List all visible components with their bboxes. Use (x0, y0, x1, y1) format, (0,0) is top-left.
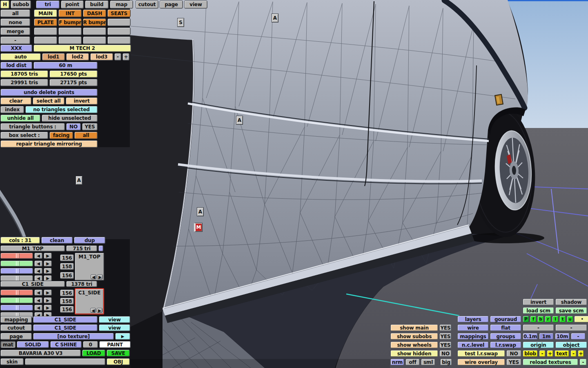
text-plus-button[interactable]: + (578, 350, 584, 357)
show-main-toggle[interactable]: YES (439, 324, 452, 331)
subob-none-button[interactable]: none (0, 18, 30, 26)
red-dec-button-2[interactable]: ◀ (34, 289, 42, 296)
letter-b-button[interactable]: b (537, 316, 544, 323)
show-wheels-button[interactable]: show wheels (390, 341, 438, 348)
index-button[interactable]: index (0, 106, 24, 113)
mat-zero-button[interactable]: 0 (83, 341, 98, 348)
origin-button[interactable]: origin (523, 341, 554, 348)
letter-t-button[interactable]: t (559, 316, 566, 323)
invert-selection-button[interactable]: invert (66, 97, 98, 105)
blob-button[interactable]: blob (523, 350, 538, 357)
page-value[interactable]: [no texture] (33, 333, 114, 340)
scale-1m-button[interactable]: 1m (539, 333, 554, 340)
skin-label[interactable]: skin (0, 358, 24, 365)
mat-cshine-button[interactable]: C SHINE (50, 341, 82, 348)
menu-subob-button[interactable]: subob (11, 0, 31, 9)
green-value-2[interactable]: 158 (60, 298, 74, 305)
letter-l-button[interactable]: l (552, 316, 559, 323)
page-next-icon[interactable]: ▶ (115, 333, 130, 340)
group1-preview[interactable]: M1_TOP ◀ ▶ (75, 253, 104, 280)
test-lrswap-button[interactable]: test l.r.swap (457, 350, 505, 357)
red-value-2[interactable]: 156 (60, 289, 74, 296)
group2-preview[interactable]: C1_SIDE ◀ ▶ (75, 288, 104, 314)
blue-slider[interactable] (0, 268, 33, 274)
subob-slot-button[interactable] (107, 36, 131, 44)
green-dec-button-2[interactable]: ◀ (34, 297, 42, 303)
mat-solid-button[interactable]: SOLID (17, 341, 49, 348)
green-slider[interactable] (0, 260, 33, 267)
menu-page-button[interactable]: page (160, 0, 183, 9)
subobject-marker-m[interactable]: M (194, 223, 203, 232)
menu-h-button[interactable]: H (0, 0, 9, 9)
subob-plate-button[interactable]: PLATE (34, 18, 57, 26)
scale-01m-button[interactable]: 0.1m (523, 333, 538, 340)
cutout-value[interactable]: C1_SIDE (33, 324, 98, 331)
reload-textures-button[interactable]: reload textures (523, 359, 578, 366)
mapping-value[interactable]: C1_SIDE (33, 316, 98, 323)
letter-f-button[interactable]: f (530, 316, 537, 323)
show-hidden-toggle[interactable]: NO (439, 350, 452, 357)
undo-delete-points-button[interactable]: undo delete points (0, 89, 98, 96)
letter-u-button[interactable]: u (567, 316, 573, 323)
wire-overlay-button[interactable]: wire overlay (457, 359, 505, 366)
green-inc-button[interactable]: ▶ (44, 260, 52, 267)
scale-10m-button[interactable]: 10m (555, 333, 570, 340)
subobject-marker-a3[interactable]: A (76, 176, 82, 185)
lod-auto-button[interactable]: auto (0, 53, 41, 61)
reload-dash-button[interactable]: - (579, 359, 587, 366)
mat-label[interactable]: mat (0, 341, 16, 348)
dup-button[interactable]: dup (74, 237, 105, 244)
subob-slot-button[interactable] (83, 27, 106, 35)
group1-prev-button[interactable]: ◀ (91, 274, 96, 279)
subobject-marker-a4[interactable]: A (197, 207, 204, 216)
blue-inc-button[interactable]: ▶ (44, 268, 52, 274)
menu-map-button[interactable]: map (110, 0, 133, 9)
red-inc-button[interactable]: ▶ (44, 253, 52, 259)
subob-slot-button[interactable] (107, 18, 131, 26)
red-slider[interactable] (0, 253, 33, 259)
blob-minus-button[interactable]: - (539, 350, 546, 357)
alpha-dec-button[interactable]: ◀ (34, 275, 42, 281)
green-value[interactable]: 158 (60, 263, 74, 270)
red-dec-button[interactable]: ◀ (34, 253, 42, 259)
menu-point-button[interactable]: point (61, 0, 84, 9)
lod1-button[interactable]: lod1 (42, 53, 65, 61)
dot-button[interactable]: • (574, 316, 588, 323)
blue-dec-button[interactable]: ◀ (34, 268, 42, 274)
load-scm-button[interactable]: load scm (523, 307, 554, 314)
clear-button[interactable]: clear (0, 97, 31, 105)
lrswap-button[interactable]: l.r.swap (490, 341, 521, 348)
layers-button[interactable]: layers (457, 316, 489, 323)
subob-dash-button[interactable]: DASH (83, 9, 106, 17)
group2-prev-button[interactable]: ◀ (90, 308, 96, 313)
subob-minus-button[interactable]: - (0, 36, 30, 44)
menu-cutout-button[interactable]: cutout (136, 0, 158, 9)
subob-fbumpr-button[interactable]: F bumpr (58, 18, 82, 26)
lod2-button[interactable]: lod2 (66, 53, 89, 61)
menu-tri-button[interactable]: tri (36, 0, 60, 9)
text-minus-button[interactable]: - (570, 350, 577, 357)
blue-value-2[interactable]: 156 (60, 306, 74, 313)
subob-main-button[interactable]: MAIN (34, 9, 57, 17)
subob-slot-button[interactable] (107, 27, 131, 35)
show-subobs-button[interactable]: show subobs (390, 333, 438, 340)
obj-button[interactable]: OBJ (107, 358, 130, 365)
green-slider-2[interactable] (0, 297, 33, 303)
triangle-buttons-no[interactable]: NO (66, 123, 81, 130)
box-select-facing[interactable]: facing (49, 132, 73, 139)
groups-button[interactable]: groups (490, 333, 521, 340)
nclevel-button[interactable]: n.c.level (457, 341, 489, 348)
blue-dec-button-2[interactable]: ◀ (34, 305, 42, 311)
shadow-button[interactable]: shadow (555, 298, 587, 305)
text-button[interactable]: text (555, 350, 569, 357)
triangle-buttons-yes[interactable]: YES (82, 123, 98, 130)
invert-button[interactable]: invert (523, 298, 554, 305)
dash-left-button[interactable]: - (523, 324, 554, 331)
red-value[interactable]: 156 (60, 254, 74, 261)
select-all-button[interactable]: select all (33, 97, 65, 105)
alpha-slider[interactable] (0, 275, 33, 281)
load-button[interactable]: LOAD (82, 350, 105, 357)
model-name-field[interactable]: BAVARIA A30 V3 (0, 350, 81, 357)
cutout-view-button[interactable]: view (99, 324, 130, 331)
save-button[interactable]: SAVE (107, 350, 130, 357)
